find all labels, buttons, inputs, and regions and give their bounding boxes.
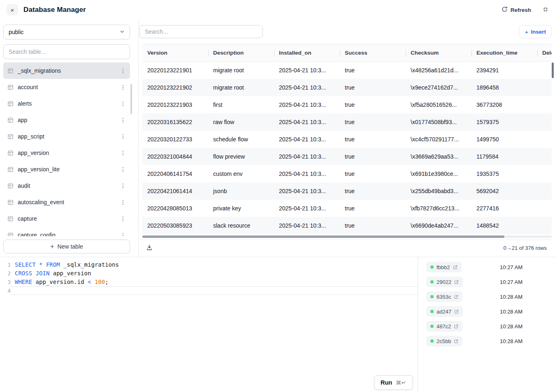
history-item[interactable]: 6353c10:28 AM — [426, 289, 555, 304]
history-time: 10:28 AM — [500, 338, 522, 344]
column-header-version[interactable]: Version — [142, 44, 208, 61]
history-item[interactable]: 2902210:27 AM — [426, 274, 555, 289]
column-header-description[interactable]: Description — [208, 44, 274, 61]
table-cell: 20220421061414 — [142, 182, 208, 200]
column-header-dele[interactable]: Dele — [537, 44, 552, 61]
table-cell: 20220316135622 — [142, 113, 208, 131]
external-link-icon[interactable] — [453, 265, 457, 270]
download-button[interactable] — [146, 244, 153, 252]
history-item[interactable]: 487c210:28 AM — [426, 319, 555, 334]
table-row[interactable]: 20220316135622raw flow2025-04-21 10:3...… — [142, 113, 552, 131]
code-line[interactable]: 3WHERE app_version.id < 100; — [0, 278, 418, 286]
table-cell: 1488542 — [471, 217, 537, 234]
kebab-menu-icon[interactable]: ⋮ — [118, 100, 128, 107]
database-manager-app: × Database Manager Refresh public — [0, 0, 555, 392]
table-row[interactable]: 20220320122733schedule flow2025-04-21 10… — [142, 131, 552, 148]
table-row[interactable]: 20220123221903first2025-04-21 10:3...tru… — [142, 96, 552, 113]
history-item[interactable]: 2c5bb10:28 AM — [426, 334, 555, 348]
history-time: 10:28 AM — [500, 309, 522, 315]
kebab-menu-icon[interactable]: ⋮ — [118, 150, 128, 156]
code-line[interactable]: 4 — [0, 286, 418, 295]
external-link-icon[interactable] — [454, 324, 458, 329]
sidebar-scrollbar[interactable] — [130, 84, 132, 114]
sidebar-item-app_version_lite[interactable]: app_version_lite⋮ — [3, 161, 130, 178]
external-link-icon[interactable] — [454, 339, 458, 344]
sidebar-item-capture[interactable]: capture⋮ — [3, 210, 130, 227]
search-input[interactable] — [139, 25, 263, 38]
history-badge[interactable]: 487c2 — [426, 321, 462, 332]
table-cell: 20220406141754 — [142, 165, 208, 182]
sidebar-item-autoscaling_event[interactable]: autoscaling_event⋮ — [3, 194, 130, 210]
kebab-menu-icon[interactable]: ⋮ — [118, 199, 128, 205]
insert-button[interactable]: + Insert — [519, 25, 552, 38]
table-row[interactable]: 20220421061414jsonb2025-04-21 10:3...tru… — [142, 182, 552, 200]
table-name: app_version — [18, 150, 114, 156]
new-table-button[interactable]: + New table — [3, 240, 130, 254]
history-badge[interactable]: 2c5bb — [426, 336, 462, 346]
sidebar-item-audit[interactable]: audit⋮ — [3, 178, 130, 194]
table-row[interactable]: 20220428085013private key2025-04-21 10:3… — [142, 200, 552, 217]
table-cell: \x6690de4ab247... — [406, 217, 471, 234]
close-button[interactable]: × — [7, 4, 18, 16]
kebab-menu-icon[interactable]: ⋮ — [118, 84, 128, 90]
table-row[interactable]: 20220123221902migrate root2025-04-21 10:… — [142, 79, 552, 96]
kebab-menu-icon[interactable]: ⋮ — [118, 232, 128, 236]
kebab-menu-icon[interactable]: ⋮ — [118, 133, 128, 140]
table-cell: true — [340, 217, 406, 234]
new-table-label: New table — [58, 243, 83, 250]
kebab-menu-icon[interactable]: ⋮ — [118, 67, 128, 74]
sidebar-item-app_version[interactable]: app_version⋮ — [3, 145, 130, 161]
column-header-installed_on[interactable]: Installed_on — [274, 44, 340, 61]
schema-select[interactable]: public — [3, 25, 130, 39]
download-icon — [146, 244, 153, 252]
history-badge[interactable]: fbbb2 — [426, 262, 462, 272]
vertical-scrollbar[interactable] — [552, 62, 554, 78]
horizontal-scrollbar[interactable] — [142, 235, 552, 238]
column-header-success[interactable]: Success — [340, 44, 406, 61]
table-cell: 2025-04-21 10:3... — [274, 165, 340, 182]
history-badge[interactable]: ad247 — [426, 306, 463, 317]
kebab-menu-icon[interactable]: ⋮ — [118, 182, 128, 189]
horizontal-scrollbar-thumb[interactable] — [142, 235, 504, 238]
table-cell: 5692042 — [471, 182, 537, 200]
external-link-icon[interactable] — [454, 295, 458, 299]
refresh-button[interactable]: Refresh — [502, 6, 531, 14]
sql-editor[interactable]: 1SELECT * FROM _sqlx_migrations2CROSS JO… — [0, 257, 418, 392]
history-item[interactable]: fbbb210:27 AM — [426, 260, 555, 274]
sidebar-item-app_script[interactable]: app_script⋮ — [3, 128, 130, 145]
column-header-execution_time[interactable]: Execution_time — [471, 44, 537, 61]
table-search-input[interactable] — [3, 44, 130, 59]
kebab-menu-icon[interactable]: ⋮ — [118, 215, 128, 222]
run-button[interactable]: Run ⌘↵ — [374, 375, 413, 390]
compress-button[interactable] — [543, 7, 548, 14]
history-badge[interactable]: 29022 — [426, 277, 463, 287]
kebab-menu-icon[interactable]: ⋮ — [118, 117, 128, 123]
table-cell: 2025-04-21 10:3... — [274, 79, 340, 96]
table-cell: true — [340, 182, 406, 200]
history-item[interactable]: ad24710:28 AM — [426, 304, 555, 319]
sidebar-item-_sqlx_migrations[interactable]: _sqlx_migrations⋮ — [3, 62, 130, 79]
history-id: 6353c — [437, 294, 451, 300]
table-row[interactable]: 20220321004844flow preview2025-04-21 10:… — [142, 148, 552, 165]
sidebar-item-app[interactable]: app⋮ — [3, 112, 130, 128]
external-link-icon[interactable] — [454, 309, 459, 314]
table-row[interactable]: 20220123221901migrate root2025-04-21 10:… — [142, 62, 552, 79]
sidebar-item-capture_config[interactable]: capture_config⋮ — [3, 227, 130, 236]
column-header-checksum[interactable]: Checksum — [406, 44, 471, 61]
code-line[interactable]: 2CROSS JOIN app_version — [0, 269, 418, 278]
table-name: _sqlx_migrations — [18, 67, 114, 74]
code-line[interactable]: 1SELECT * FROM _sqlx_migrations — [0, 261, 418, 269]
table-name: alerts — [18, 100, 114, 107]
table-icon — [7, 117, 14, 123]
kebab-menu-icon[interactable]: ⋮ — [118, 166, 128, 173]
table-cell: 20220320122733 — [142, 131, 208, 148]
external-link-icon[interactable] — [454, 280, 459, 284]
main-area: public _sqlx_migrations⋮account⋮alerts⋮a… — [0, 20, 555, 257]
page-title: Database Manager — [23, 6, 86, 14]
history-badge[interactable]: 6353c — [426, 291, 462, 302]
table-cell: 1896458 — [471, 79, 537, 96]
sidebar-item-account[interactable]: account⋮ — [3, 79, 130, 95]
table-row[interactable]: 20220406141754custom env2025-04-21 10:3.… — [142, 165, 552, 182]
table-row[interactable]: 20220503085923slack resource2025-04-21 1… — [142, 217, 552, 234]
sidebar-item-alerts[interactable]: alerts⋮ — [3, 95, 130, 112]
